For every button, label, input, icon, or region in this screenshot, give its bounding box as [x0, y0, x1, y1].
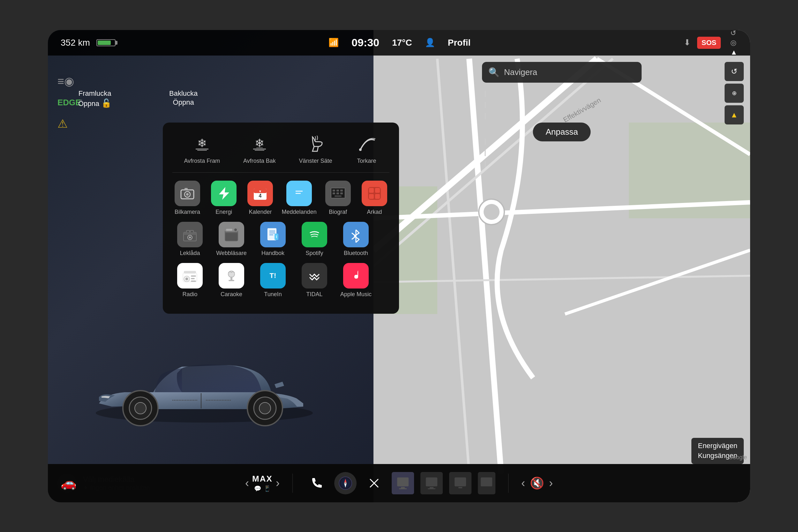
download-icon: ⬇	[684, 38, 691, 48]
defrost-front-icon: ❄	[191, 132, 213, 154]
taskbar-app3[interactable]	[449, 472, 472, 494]
svg-point-22	[483, 204, 499, 220]
app-caraoke[interactable]: Caraoke	[214, 263, 249, 298]
svg-point-31	[186, 193, 189, 196]
svg-rect-80	[191, 281, 196, 282]
svg-rect-84	[229, 280, 234, 281]
svg-text:T!: T!	[270, 271, 277, 280]
app-bilkamera[interactable]: Bilkamera	[172, 180, 202, 215]
svg-rect-78	[191, 276, 196, 277]
svg-point-93	[344, 482, 346, 484]
quick-action-defrost-front[interactable]: ❄ Avfrosta Fram	[184, 132, 220, 164]
svg-rect-51	[375, 188, 380, 193]
sidebar-autopilot-icon[interactable]: ≡◉	[57, 75, 81, 88]
profile-prev-btn[interactable]: ‹	[245, 476, 249, 490]
app-grid-popup: ❄ Avfrosta Fram ❄	[163, 122, 399, 314]
svg-point-64	[234, 228, 237, 231]
seat-heat-label: Vänster Säte	[299, 158, 332, 164]
svg-rect-87	[306, 268, 322, 284]
kalender-icon: ▼ 4	[247, 180, 273, 206]
svg-rect-44	[340, 190, 343, 191]
profile-name-label: MAX	[252, 474, 272, 484]
quick-action-wiper[interactable]: Torkare	[356, 132, 378, 164]
quick-action-defrost-back[interactable]: ❄ Avfrosta Bak	[243, 132, 276, 164]
status-center: 📶 09:30 17°C 👤 Profil	[328, 36, 471, 49]
taskbar-app4[interactable]	[478, 472, 495, 494]
car-image	[73, 311, 335, 445]
energi-label: Energi	[215, 209, 232, 215]
taskbar-car-icon[interactable]: 🚗	[61, 476, 77, 491]
back-trunk-label[interactable]: Baklucka Öppna	[169, 89, 197, 107]
svg-rect-43	[337, 190, 339, 191]
quick-action-seat[interactable]: Vänster Säte	[299, 132, 332, 164]
svg-rect-101	[428, 488, 435, 489]
bilkamera-icon	[175, 180, 200, 206]
svg-point-77	[186, 278, 188, 280]
app-webblasare[interactable]: Webbläsare	[214, 222, 249, 256]
battery-bar	[96, 39, 116, 46]
vol-prev-btn[interactable]: ‹	[521, 476, 525, 490]
vol-mute-btn[interactable]: 🔇	[530, 476, 544, 490]
app-radio[interactable]: Radio	[172, 263, 208, 298]
meddelanden-label: Meddelanden	[282, 209, 317, 215]
app-meddelanden[interactable]: Meddelanden	[282, 180, 317, 215]
arkad-label: Arkad	[367, 209, 382, 215]
left-sidebar: ≡◉ EDGE ⚠	[57, 75, 81, 131]
map-controls: ↺ ⊕ ▲	[725, 62, 744, 125]
compass-btn[interactable]: ⊕	[725, 83, 744, 103]
defrost-back-label: Avfrosta Bak	[243, 158, 276, 164]
app-tidal[interactable]: TIDAL	[297, 263, 332, 298]
app-biograf[interactable]: Biograf	[323, 180, 353, 215]
center-icon[interactable]: ◎	[730, 39, 737, 47]
wiper-icon	[356, 132, 378, 154]
app-bluetooth[interactable]: Bluetooth	[338, 222, 374, 256]
taskbar-close[interactable]	[363, 472, 385, 494]
search-bar[interactable]: 🔍 Navigera	[482, 62, 642, 83]
leklada-icon	[177, 222, 203, 247]
app-spotify[interactable]: Spotify	[297, 222, 332, 256]
apple-music-label: Apple Music	[340, 291, 372, 298]
defrost-front-label: Avfrosta Fram	[184, 158, 220, 164]
kalender-label: Kalender	[249, 209, 272, 215]
profile-label[interactable]: Profil	[448, 38, 471, 48]
taskbar-app2[interactable]	[420, 472, 443, 494]
svg-rect-104	[481, 477, 492, 486]
taskbar-nav[interactable]	[334, 472, 357, 494]
direction-icon[interactable]: ▲	[730, 48, 737, 56]
profile-next-btn[interactable]: ›	[276, 476, 280, 490]
app-leklada[interactable]: Leklåda	[172, 222, 208, 256]
sidebar-warning-icon[interactable]: ⚠	[57, 117, 81, 131]
app-tunein[interactable]: T! TuneIn	[255, 263, 290, 298]
rotate-map-btn[interactable]: ↺	[725, 62, 744, 81]
status-bar: 352 km 📶 09:30 17°C 👤 Profil ⬇ SOS ↺ ◎ ▲	[48, 30, 750, 56]
app-arkad[interactable]: Arkad	[359, 180, 390, 215]
sidebar-edge-label: EDGE	[57, 98, 81, 108]
svg-rect-99	[426, 477, 437, 486]
rotate-icon[interactable]: ↺	[730, 30, 737, 37]
biograf-icon	[325, 180, 351, 206]
wiper-label: Torkare	[357, 158, 376, 164]
search-placeholder: Navigera	[504, 67, 537, 77]
svg-marker-33	[219, 187, 229, 200]
svg-rect-102	[455, 477, 466, 486]
car-svg	[73, 311, 335, 445]
app-kalender[interactable]: ▼ 4 Kalender	[245, 180, 275, 215]
triangle-btn[interactable]: ▲	[725, 105, 744, 125]
app-apple-music[interactable]: Apple Music	[338, 263, 374, 298]
quick-actions-row: ❄ Avfrosta Fram ❄	[172, 132, 390, 173]
svg-rect-32	[185, 188, 188, 190]
profile-sub-icon2: 📱	[264, 485, 271, 492]
vol-next-btn[interactable]: ›	[549, 476, 553, 490]
svg-rect-96	[397, 477, 408, 486]
handbok-label: Handbok	[262, 250, 284, 256]
app-handbok[interactable]: i Handbok	[255, 222, 290, 256]
app-energi[interactable]: Energi	[209, 180, 239, 215]
taskbar-app1[interactable]	[392, 472, 414, 494]
biograf-label: Biograf	[329, 209, 347, 215]
customize-button[interactable]: Anpassa	[533, 122, 590, 141]
front-trunk-label[interactable]: Framlucka Öppna 🔓	[78, 89, 111, 109]
sos-button[interactable]: SOS	[697, 37, 721, 49]
taskbar-phone[interactable]	[305, 472, 328, 494]
arkad-icon	[362, 180, 387, 206]
profile-sub-icon1: 💬	[254, 485, 261, 492]
